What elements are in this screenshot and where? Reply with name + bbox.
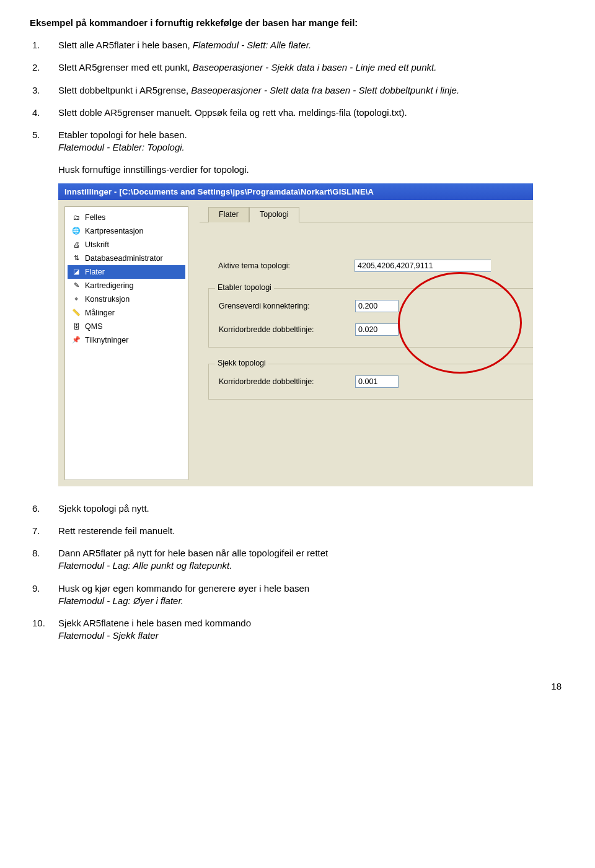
list-text: Slett alle AR5flater i hele basen, — [58, 40, 193, 50]
compass-icon: ⌖ — [71, 294, 81, 304]
sidebar-item-label: Konstruksjon — [85, 295, 130, 304]
list-number: 5. — [32, 129, 58, 154]
list-italic: Baseoperasjoner - Slett data fra basen -… — [191, 85, 459, 95]
list-text: Slett dobbeltpunkt i AR5grense, — [58, 85, 191, 95]
sidebar-item-label: Flater — [85, 268, 105, 276]
list-body: Etabler topologi for hele basen.Flatemod… — [58, 129, 565, 154]
tab-sheet: Aktive tema topologi: Etabler topologi G… — [200, 222, 533, 400]
list-body: Husk og kjør egen kommando for generere … — [58, 582, 565, 608]
settings-pane: Flater Topologi Aktive tema topologi: Et… — [188, 200, 533, 486]
list-number: 6. — [32, 502, 58, 515]
legend-etabler: Etabler topologi — [215, 283, 274, 292]
list-italic: Flatemodul - Slett: Alle flater. — [193, 40, 311, 50]
sidebar-item-label: Kartredigering — [85, 281, 134, 290]
page-heading: Eksempel på kommandoer i fornuftig rekke… — [30, 17, 565, 28]
group-sjekk-topologi: Sjekk topologi Korridorbredde dobbeltlin… — [208, 364, 533, 400]
sidebar-item-label: Utskrift — [85, 240, 109, 249]
tab-topologi[interactable]: Topologi — [249, 207, 299, 222]
pencil-icon: ✎ — [71, 281, 81, 291]
list-italic: Flatemodul - Lag: Alle punkt og flatepun… — [58, 560, 232, 571]
list-italic: Flatemodul - Etabler: Topologi. — [58, 142, 185, 152]
input-korridor-sjekk[interactable] — [355, 375, 399, 388]
legend-sjekk: Sjekk topologi — [215, 359, 268, 367]
folder-icon: 🗂 — [71, 213, 81, 222]
list-number: 7. — [32, 525, 58, 537]
window-titlebar: Innstillinger - [C:\Documents and Settin… — [58, 183, 533, 200]
settings-sidebar: 🗂Felles 🌐Kartpresentasjon 🖨Utskrift ⇅Dat… — [64, 206, 188, 480]
list-body: Sjekk topologi på nytt. — [58, 502, 565, 515]
sidebar-item-kartpresentasjon[interactable]: 🌐Kartpresentasjon — [68, 224, 185, 238]
list-body: Slett alle AR5flater i hele basen, Flate… — [58, 39, 565, 51]
memo-text: Husk fornuftige innstillings-verdier for… — [58, 164, 565, 175]
sidebar-item-databaseadministrator[interactable]: ⇅Databaseadministrator — [68, 252, 185, 265]
database-icon: 🗄 — [71, 322, 81, 331]
list-text: Rett resterende feil manuelt. — [58, 525, 175, 536]
list-text: Slett AR5grenser med ett punkt, — [58, 62, 193, 72]
list-number: 2. — [32, 61, 58, 74]
sidebar-item-label: Tilknytninger — [85, 336, 128, 344]
surface-icon: ◪ — [71, 267, 81, 277]
sidebar-item-label: Kartpresentasjon — [85, 227, 144, 235]
page-number: 18 — [30, 681, 565, 691]
sidebar-item-label: Målinger — [85, 309, 115, 317]
list-text: Dann AR5flater på nytt for hele basen nå… — [58, 548, 328, 558]
transfer-icon: ⇅ — [71, 253, 81, 263]
label-korridor-etabler: Korridorbredde dobbeltlinje: — [219, 325, 355, 334]
sidebar-item-felles[interactable]: 🗂Felles — [68, 211, 185, 224]
sidebar-item-label: Felles — [85, 213, 105, 222]
sidebar-item-label: QMS — [85, 322, 102, 331]
tab-flater[interactable]: Flater — [208, 207, 249, 222]
list-number: 10. — [32, 617, 58, 642]
label-grenseverdi: Grenseverdi konnektering: — [219, 302, 355, 310]
list-text: Etabler topologi for hele basen. — [58, 129, 187, 140]
sidebar-item-malinger[interactable]: 📏Målinger — [68, 306, 185, 320]
pin-icon: 📌 — [71, 335, 81, 345]
ruler-icon: 📏 — [71, 308, 81, 318]
tab-strip: Flater Topologi — [200, 206, 533, 222]
list-body: Slett doble AR5grenser manuelt. Oppsøk f… — [58, 107, 565, 119]
settings-window: Innstillinger - [C:\Documents and Settin… — [58, 183, 533, 486]
sidebar-item-konstruksjon[interactable]: ⌖Konstruksjon — [68, 292, 185, 306]
ordered-list-before: 1.Slett alle AR5flater i hele basen, Fla… — [32, 39, 565, 154]
group-etabler-topologi: Etabler topologi Grenseverdi konnekterin… — [208, 288, 533, 348]
list-body: Rett resterende feil manuelt. — [58, 525, 565, 537]
list-body: Sjekk AR5flatene i hele basen med komman… — [58, 617, 565, 642]
list-italic: Flatemodul - Sjekk flater — [58, 630, 159, 641]
list-number: 3. — [32, 84, 58, 97]
list-number: 1. — [32, 39, 58, 51]
list-body: Dann AR5flater på nytt for hele basen nå… — [58, 547, 565, 572]
sidebar-item-flater[interactable]: ◪Flater — [68, 265, 185, 279]
sidebar-item-kartredigering[interactable]: ✎Kartredigering — [68, 279, 185, 292]
list-text: Sjekk AR5flatene i hele basen med komman… — [58, 618, 251, 628]
printer-icon: 🖨 — [71, 240, 81, 250]
list-number: 4. — [32, 107, 58, 119]
list-italic: Baseoperasjoner - Sjekk data i basen - L… — [193, 62, 437, 72]
list-body: Slett AR5grenser med ett punkt, Baseoper… — [58, 61, 565, 74]
input-aktive-tema[interactable] — [355, 260, 491, 272]
list-number: 9. — [32, 582, 58, 608]
window-body: 🗂Felles 🌐Kartpresentasjon 🖨Utskrift ⇅Dat… — [58, 200, 533, 486]
sidebar-item-utskrift[interactable]: 🖨Utskrift — [68, 238, 185, 252]
globe-icon: 🌐 — [71, 226, 81, 236]
sidebar-item-label: Databaseadministrator — [85, 254, 163, 263]
input-korridor-etabler[interactable] — [355, 323, 399, 336]
ordered-list-after: 6.Sjekk topologi på nytt. 7.Rett restere… — [32, 502, 565, 642]
input-grenseverdi[interactable] — [355, 300, 399, 312]
list-number: 8. — [32, 547, 58, 572]
list-italic: Flatemodul - Lag: Øyer i flater. — [58, 595, 183, 606]
label-korridor-sjekk: Korridorbredde dobbeltlinje: — [219, 377, 355, 386]
list-text: Husk og kjør egen kommando for generere … — [58, 583, 309, 594]
sidebar-item-tilknytninger[interactable]: 📌Tilknytninger — [68, 333, 185, 347]
list-body: Slett dobbeltpunkt i AR5grense, Baseoper… — [58, 84, 565, 97]
sidebar-item-qms[interactable]: 🗄QMS — [68, 320, 185, 333]
list-text: Sjekk topologi på nytt. — [58, 503, 149, 514]
label-aktive-tema: Aktive tema topologi: — [218, 261, 355, 270]
group-aktive-tema: Aktive tema topologi: — [208, 239, 533, 272]
list-text: Slett doble AR5grenser manuelt. Oppsøk f… — [58, 107, 407, 118]
